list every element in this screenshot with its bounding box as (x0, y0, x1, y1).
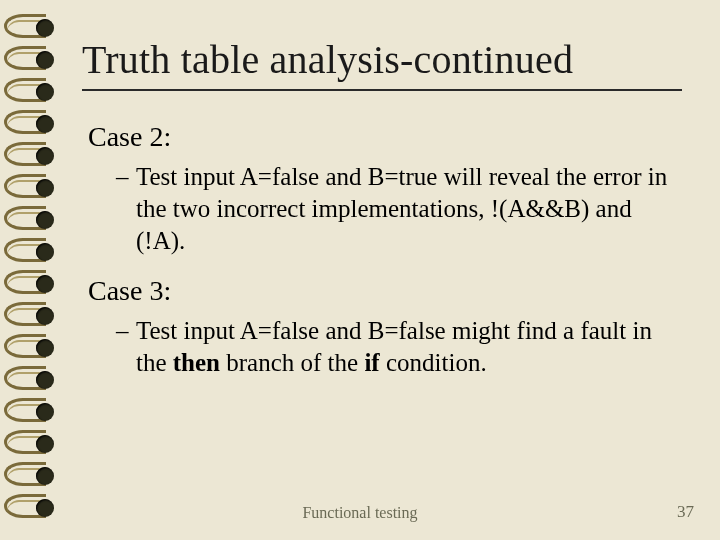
case3-mid: branch of the (220, 349, 364, 376)
case3-text: Test input A=false and B=false might fin… (116, 315, 682, 379)
case2-text: Test input A=false and B=true will revea… (116, 161, 682, 257)
page-number: 37 (677, 502, 694, 522)
slide-content: Truth table analysis-continued Case 2: T… (82, 36, 682, 397)
title-rule (82, 89, 682, 91)
footer-text: Functional testing (0, 504, 720, 522)
spiral-binding (10, 0, 60, 540)
case3-post: condition. (380, 349, 487, 376)
slide-title: Truth table analysis-continued (82, 36, 682, 83)
case2-label: Case 2: (88, 121, 682, 153)
case3-if: if (364, 349, 379, 376)
case3-then: then (173, 349, 220, 376)
case3-label: Case 3: (88, 275, 682, 307)
